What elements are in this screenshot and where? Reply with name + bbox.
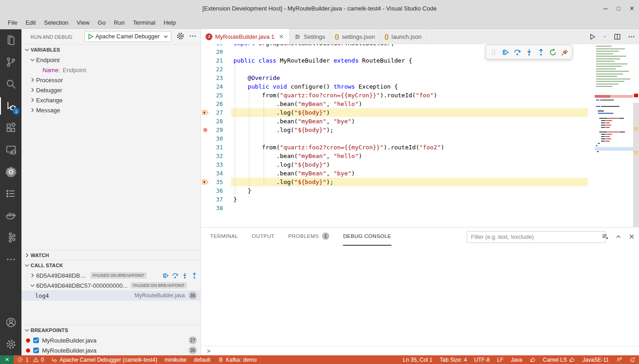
status-kafka-cluster[interactable]: Kafka: demo [214, 355, 260, 364]
variable-item[interactable]: Name:Endpoint [21, 65, 201, 75]
variables-scope-debugger[interactable]: Debugger [21, 85, 201, 95]
variables-scope-message[interactable]: Message [21, 105, 201, 115]
breakpoint-checkbox[interactable] [33, 337, 39, 343]
panel-tab-debug-console[interactable]: DEBUG CONSOLE [343, 227, 391, 246]
code-line-26[interactable]: 26 .bean("myBean", "hello") [201, 100, 639, 108]
status-java-runtime[interactable]: JavaSE-11 [579, 355, 613, 364]
status-debug-session[interactable]: Apache Camel Debugger (camelk-test4) [48, 355, 161, 364]
launch-settings-gear-icon[interactable] [176, 32, 185, 40]
menu-file[interactable]: File [4, 17, 21, 29]
chevron-down-icon[interactable] [602, 34, 607, 39]
tab-settings.json[interactable]: {}settings.json [330, 29, 380, 44]
code-line-25[interactable]: 25 from("quartz:foo?cron={{myCron}}").ro… [201, 91, 639, 100]
breakpoint-row[interactable]: MyRouteBuilder.java35 [21, 345, 201, 355]
split-icon[interactable] [613, 33, 621, 41]
call-stack-session[interactable]: 6D5A49D848DBC57-000000000...PAUSED ON BR… [21, 280, 201, 290]
activity-remote-explorer[interactable] [0, 139, 21, 161]
activity-settings[interactable] [0, 333, 21, 355]
code-line-24[interactable]: 24 public void configure() throws Except… [201, 82, 639, 91]
code-line-21[interactable]: 21public class MyRouteBuilder extends Ro… [201, 56, 639, 65]
panel-tab-terminal[interactable]: TERMINAL [210, 227, 238, 246]
start-debugging-icon[interactable] [87, 33, 94, 40]
code-line-20[interactable]: 20 [201, 47, 639, 56]
tab-myroutebuilder.java[interactable]: JMyRouteBuilder.java 1 [201, 29, 290, 44]
activity-kubernetes[interactable] [0, 161, 21, 183]
step-out-button[interactable] [535, 47, 546, 58]
call-stack-section-header[interactable]: CALL STACK [21, 260, 201, 270]
maximize-panel-button[interactable] [615, 233, 622, 240]
sidebar-more-actions-icon[interactable] [189, 32, 197, 40]
maximize-button[interactable]: □ [617, 5, 620, 12]
activity-search[interactable] [0, 73, 21, 95]
code-line-22[interactable]: 22 [201, 65, 639, 74]
status-notifications[interactable] [626, 355, 639, 364]
code-line-31[interactable]: 31 from("quartz:foo2?cron={{myCron}}").r… [201, 143, 639, 152]
status-minikube-context[interactable]: minikube [161, 355, 190, 364]
stack-frame-log4[interactable]: log4MyRouteBuilder.java35 [21, 290, 201, 301]
status-cursor-position[interactable]: Ln 35, Col 1 [399, 355, 436, 364]
close-panel-button[interactable] [628, 233, 635, 240]
panel-tab-problems[interactable]: PROBLEMS1 [288, 227, 329, 246]
variables-scope-exchange[interactable]: Exchange [21, 95, 201, 105]
menu-terminal[interactable]: Terminal [129, 17, 159, 29]
restart-button[interactable] [547, 47, 558, 58]
activity-run-and-debug[interactable]: 1 [0, 95, 21, 117]
activity-kafka[interactable] [0, 227, 21, 248]
code-line-28[interactable]: 28 .bean("myBean", "bye") [201, 117, 639, 126]
watch-section-header[interactable]: WATCH [21, 250, 201, 260]
status-feedback[interactable] [613, 355, 626, 364]
menu-view[interactable]: View [73, 17, 94, 29]
more-icon[interactable] [628, 33, 635, 41]
activity-explorer[interactable] [0, 29, 21, 51]
code-line-35[interactable]: 35 .log("${body}"); [201, 178, 639, 186]
activity-accounts[interactable] [0, 311, 21, 333]
close-icon[interactable] [278, 33, 285, 40]
breakpoint-checkbox[interactable] [33, 347, 39, 353]
continue-icon[interactable] [162, 272, 169, 279]
disconnect-button[interactable] [559, 47, 570, 58]
menu-go[interactable]: Go [94, 17, 110, 29]
status-problems-status[interactable]: 10 [14, 355, 48, 364]
activity-more-views[interactable] [0, 248, 21, 270]
code-line-33[interactable]: 33 .log("${body}") [201, 160, 639, 169]
code-line-27[interactable]: 27 .log("${body}") [201, 108, 639, 117]
code-line-30[interactable]: 30 [201, 134, 639, 143]
code-line-36[interactable]: 36 } [201, 186, 639, 195]
tab-launch.json[interactable]: {}launch.json [380, 29, 427, 44]
code-line-38[interactable]: 38 [201, 204, 639, 212]
status-camel-ls-status[interactable]: Camel LS [539, 355, 579, 364]
panel-tab-output[interactable]: OUTPUT [252, 227, 275, 246]
breakpoint-row[interactable]: MyRouteBuilder.java27 [21, 335, 201, 345]
variables-section-header[interactable]: VARIABLES [21, 44, 201, 55]
clear-console-button[interactable] [602, 233, 609, 240]
status-eol[interactable]: LF [493, 355, 507, 364]
variables-scope-processor[interactable]: Processor [21, 75, 201, 85]
step-out-icon[interactable] [191, 272, 198, 279]
breakpoints-section-header[interactable]: BREAKPOINTS [21, 325, 201, 335]
code-line-32[interactable]: 32 .bean("myBean", "hello") [201, 152, 639, 160]
call-stack-session[interactable]: 6D5A49D848DBC57...PAUSED ON BREAKPOINT [21, 270, 201, 280]
scrollbar-overview-ruler[interactable] [633, 44, 639, 227]
activity-docker[interactable] [0, 205, 21, 227]
status-encoding[interactable]: UTF-8 [470, 355, 493, 364]
activity-outline-list[interactable] [0, 183, 21, 205]
minimap[interactable] [595, 44, 633, 161]
status-language-mode[interactable]: Java [507, 355, 526, 364]
code-line-34[interactable]: 34 .bean("myBean", "bye") [201, 169, 639, 178]
close-button[interactable]: ✕ [629, 5, 634, 12]
step-over-icon[interactable] [172, 272, 179, 279]
variables-scope-endpoint[interactable]: Endpoint [21, 55, 201, 65]
step-over-button[interactable] [512, 47, 523, 58]
code-line-29[interactable]: 29 .log("${body}"); [201, 126, 639, 134]
code-line-37[interactable]: 37} [201, 195, 639, 204]
step-into-icon[interactable] [181, 272, 188, 279]
status-remote-indicator[interactable] [0, 355, 14, 364]
menu-selection[interactable]: Selection [40, 17, 72, 29]
launch-configuration-picker[interactable]: Apache Camel Debugger [84, 31, 171, 42]
menu-help[interactable]: Help [159, 17, 180, 29]
scrollbar-thumb[interactable] [633, 103, 639, 227]
status-indentation[interactable]: Tab Size: 4 [436, 355, 470, 364]
debug-console-filter-input[interactable] [467, 231, 606, 243]
menu-run[interactable]: Run [110, 17, 129, 29]
activity-source-control[interactable] [0, 51, 21, 73]
